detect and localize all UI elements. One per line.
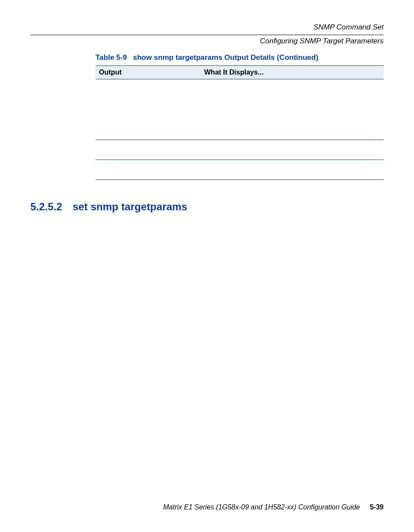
page-footer: Matrix E1 Series (1G58x-09 and 1H582-xx)… [30,503,384,511]
table-cell [95,160,157,180]
section-number: 5.2.5.2 [30,201,62,212]
table-cell [95,79,157,140]
table-row [95,160,384,180]
table-row [95,140,384,160]
section-title: set snmp targetparams [72,201,187,212]
table-cell [157,140,384,160]
header-rule [30,35,384,35]
running-header-line1: SNMP Command Set [30,22,384,33]
table-header-output: Output [95,65,157,79]
table-caption-title: show snmp targetparams Output Details (C… [133,53,318,62]
footer-page-number: 5-39 [370,503,384,511]
output-details-table: Output What It Displays... [95,65,384,180]
section-heading: 5.2.5.2set snmp targetparams [30,201,384,213]
table-cell [157,79,384,140]
footer-text: Matrix E1 Series (1G58x-09 and 1H582-xx)… [163,503,360,511]
table-cell [157,160,384,180]
table-header-displays: What It Displays... [157,65,384,79]
table-cell [95,140,157,160]
table-caption: Table 5-9show snmp targetparams Output D… [95,53,384,62]
running-header-line2: Configuring SNMP Target Parameters [30,37,384,46]
table-caption-label: Table 5-9 [95,53,127,62]
table-row [95,79,384,140]
table-header-row: Output What It Displays... [95,65,384,79]
